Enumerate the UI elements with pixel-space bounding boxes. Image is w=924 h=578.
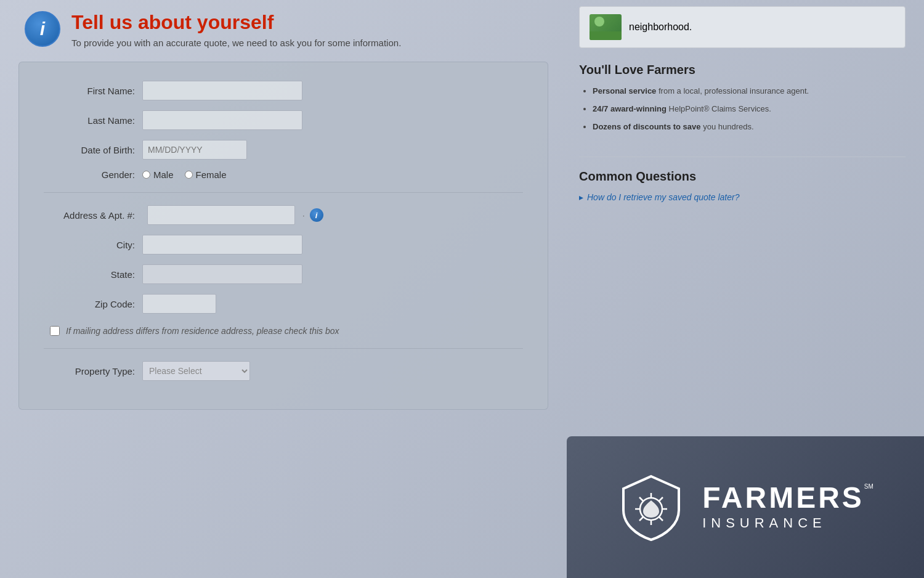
state-input[interactable]: Utah	[142, 264, 302, 284]
form-divider	[44, 192, 523, 193]
gender-row: Gender: Male Female	[44, 169, 523, 180]
first-name-label: First Name:	[44, 86, 142, 96]
form-divider-2	[44, 348, 523, 349]
farmers-sm-mark: SM	[864, 483, 873, 490]
farmers-insurance-label: INSURANCE	[702, 515, 873, 531]
first-name-input[interactable]	[142, 81, 302, 100]
zip-label: Zip Code:	[44, 299, 142, 309]
common-questions-title: Common Questions	[579, 169, 906, 184]
love-item-1: Personal service from a local, professio…	[593, 86, 906, 97]
svg-line-6	[659, 517, 663, 521]
state-label: State:	[44, 269, 142, 280]
property-type-label: Property Type:	[44, 366, 142, 377]
dob-row: Date of Birth:	[44, 140, 523, 160]
page-title: Tell us about yourself	[71, 11, 401, 34]
zip-input[interactable]: 84041	[142, 294, 216, 314]
saved-quote-link[interactable]: How do I retrieve my saved quote later?	[579, 192, 906, 202]
address-label: Address & Apt. #:	[44, 210, 142, 221]
mailing-checkbox-label: If mailing address differs from residenc…	[66, 326, 339, 336]
farmers-shield-icon	[617, 473, 685, 541]
gender-male-option[interactable]: Male	[142, 169, 174, 180]
last-name-row: Last Name:	[44, 110, 523, 130]
header-text: Tell us about yourself To provide you wi…	[71, 11, 401, 48]
love-item-3: Dozens of discounts to save you hundreds…	[593, 121, 906, 133]
last-name-input[interactable]	[142, 110, 302, 130]
svg-line-5	[639, 497, 643, 501]
gender-male-label: Male	[153, 169, 174, 180]
gender-group: Male Female	[142, 169, 227, 180]
love-item-2-rest: HelpPoint® Claims Services.	[669, 104, 771, 113]
svg-line-8	[639, 517, 643, 521]
farmers-brand-name: FARMERS	[702, 483, 864, 513]
love-farmers-list: Personal service from a local, professio…	[579, 86, 906, 133]
svg-line-7	[659, 497, 663, 501]
love-item-1-rest: from a local, professional insurance age…	[659, 86, 809, 96]
address-info-button[interactable]: i	[310, 208, 323, 222]
dot-separator: ·	[302, 211, 305, 220]
page-subtitle: To provide you with an accurate quote, w…	[71, 38, 401, 48]
zip-row: Zip Code: 84041	[44, 294, 523, 314]
love-item-2: 24/7 award-winning HelpPoint® Claims Ser…	[593, 104, 906, 115]
address-input[interactable]	[147, 205, 295, 225]
love-farmers-title: You'll Love Farmers	[579, 63, 906, 77]
last-name-label: Last Name:	[44, 115, 142, 126]
property-type-select[interactable]: Please Select	[142, 361, 250, 381]
mailing-checkbox-row: If mailing address differs from residenc…	[44, 326, 523, 336]
sidebar-divider	[579, 157, 906, 157]
personal-info-section: First Name: Last Name: Date of Birth:	[44, 81, 523, 180]
gender-male-radio[interactable]	[142, 171, 150, 179]
gender-female-radio[interactable]	[185, 171, 193, 179]
city-row: City:	[44, 235, 523, 254]
neighborhood-thumbnail	[590, 14, 622, 40]
mailing-checkbox[interactable]	[50, 326, 60, 336]
city-label: City:	[44, 240, 142, 250]
gender-label: Gender:	[44, 169, 142, 180]
farmers-logo-overlay: FARMERS SM INSURANCE	[567, 436, 924, 578]
address-row: Address & Apt. #: · i	[44, 205, 523, 225]
dob-label: Date of Birth:	[44, 145, 142, 155]
gender-female-label: Female	[196, 169, 227, 180]
love-item-3-bold: Dozens of discounts to save	[593, 122, 701, 131]
first-name-row: First Name:	[44, 81, 523, 100]
gender-female-option[interactable]: Female	[185, 169, 227, 180]
love-item-3-rest: you hundreds.	[703, 122, 753, 131]
farmers-text-block: FARMERS SM INSURANCE	[702, 483, 873, 531]
city-input[interactable]	[142, 235, 302, 254]
info-icon-circle: i	[25, 11, 60, 47]
love-item-1-bold: Personal service	[593, 86, 656, 96]
love-item-2-bold: 24/7 award-winning	[593, 104, 667, 113]
address-section: Address & Apt. #: · i City: St	[44, 205, 523, 314]
form-card: First Name: Last Name: Date of Birth:	[18, 62, 548, 410]
neighborhood-card: neighborhood.	[579, 6, 906, 48]
neighborhood-text: neighborhood.	[629, 22, 692, 33]
common-questions-section: Common Questions How do I retrieve my sa…	[579, 169, 906, 202]
header-section: i Tell us about yourself To provide you …	[18, 0, 548, 62]
dob-input[interactable]	[142, 140, 247, 160]
state-row: State: Utah	[44, 264, 523, 284]
property-type-row: Property Type: Please Select	[44, 361, 523, 381]
left-column: i Tell us about yourself To provide you …	[0, 0, 567, 578]
love-farmers-section: You'll Love Farmers Personal service fro…	[579, 63, 906, 139]
